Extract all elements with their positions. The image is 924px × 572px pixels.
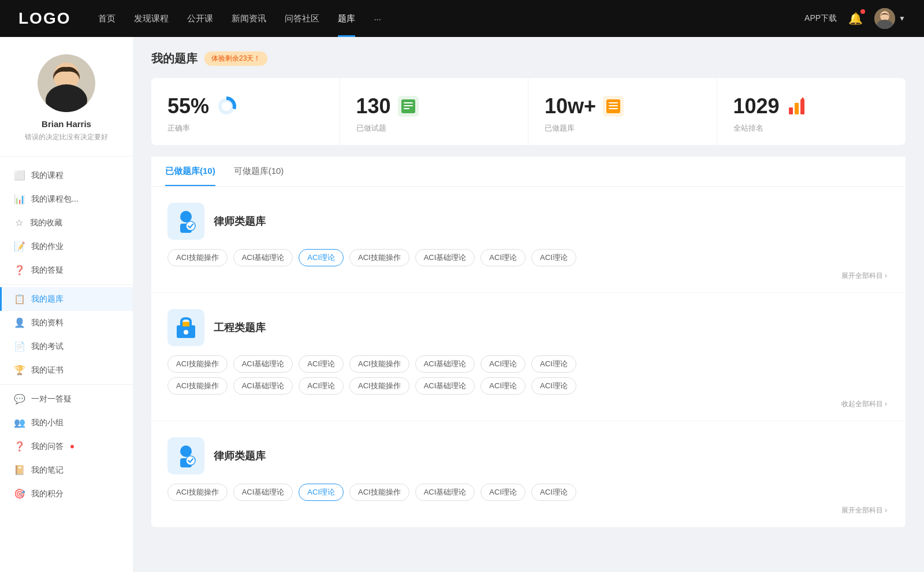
tag[interactable]: ACI技能操作 [349,249,409,266]
banks-icon [603,96,624,117]
tag[interactable]: ACI技能操作 [167,377,228,395]
svg-marker-20 [801,97,804,99]
tag[interactable]: ACI基础理论 [233,484,293,501]
sidebar-item-label: 我的作业 [31,242,64,252]
tag[interactable]: ACI理论 [299,249,344,266]
stat-top: 55% [167,94,323,118]
tag[interactable]: ACI理论 [480,355,526,373]
profile-icon: 👤 [14,317,25,328]
stats-row: 55% 正确率 130 [151,78,906,145]
sidebar-item-bank[interactable]: 📋 我的题库 [0,287,133,311]
main-content: 我的题库 体验剩余23天！ 55% 正确 [133,37,924,572]
sidebar-item-favorites[interactable]: ☆ 我的收藏 [0,211,133,235]
sidebar-item-exam[interactable]: 📄 我的考试 [0,335,133,358]
points-icon: 🎯 [14,488,25,499]
tag[interactable]: ACI技能操作 [349,377,409,395]
divider [0,284,133,285]
nav-item-qa[interactable]: 问答社区 [285,13,319,24]
tag[interactable]: ACI技能操作 [349,355,409,373]
stat-label: 已做题库 [545,123,701,133]
sidebar-item-group[interactable]: 👥 我的小组 [0,411,133,434]
tag[interactable]: ACI理论 [531,355,576,373]
tag[interactable]: ACI技能操作 [167,249,228,266]
bank-header: 律师类题库 [167,203,889,240]
lawyer-bank-icon [167,203,204,240]
sidebar-item-qa[interactable]: ❓ 我的答疑 [0,258,133,282]
tag[interactable]: ACI理论 [480,484,526,501]
group-icon: 👥 [14,417,25,428]
sidebar-item-label: 我的收藏 [30,218,62,228]
svg-point-27 [180,445,192,457]
tab-done-banks[interactable]: 已做题库(10) [165,157,215,186]
tag[interactable]: ACI理论 [480,249,526,266]
tabs-bar: 已做题库(10) 可做题库(10) [151,157,906,187]
tag[interactable]: ACI技能操作 [167,355,228,373]
nav-item-open[interactable]: 公开课 [187,13,213,24]
tag[interactable]: ACI理论 [299,377,344,395]
nav-item-home[interactable]: 首页 [98,13,116,24]
sidebar-item-my-qa[interactable]: ❓ 我的问答 [0,434,133,458]
tag[interactable]: ACI基础理论 [415,484,475,501]
tag[interactable]: ACI技能操作 [167,484,228,501]
sidebar-item-course-package[interactable]: 📊 我的课程包... [0,187,133,211]
tag[interactable]: ACI基础理论 [415,249,475,266]
avatar [38,54,95,112]
sidebar-item-my-course[interactable]: ⬜ 我的课程 [0,164,133,187]
tag[interactable]: ACI理论 [480,377,526,395]
chevron-down-icon: ▼ [899,14,906,23]
svg-rect-12 [404,108,409,109]
exam-icon: 📄 [14,341,25,352]
sidebar-item-label: 我的考试 [31,341,64,352]
nav-item-news[interactable]: 新闻资讯 [232,13,266,24]
tag[interactable]: ACI基础理论 [233,355,293,373]
ranking-icon [787,96,807,117]
stat-top: 10w+ [545,94,701,118]
tag[interactable]: ACI理论 [299,484,344,501]
tag[interactable]: ACI理论 [531,377,576,395]
sidebar-item-points[interactable]: 🎯 我的积分 [0,482,133,506]
sidebar-item-profile[interactable]: 👤 我的资料 [0,311,133,335]
nav-item-more[interactable]: ··· [374,14,381,24]
stat-value: 1029 [733,94,780,118]
sidebar-item-notes[interactable]: 📔 我的笔记 [0,458,133,482]
tags-row: ACI技能操作 ACI基础理论 ACI理论 ACI技能操作 ACI基础理论 AC… [167,484,889,501]
sidebar-item-label: 我的答疑 [31,265,64,276]
sidebar-item-label: 一对一答疑 [31,394,72,404]
tag[interactable]: ACI基础理论 [233,377,293,395]
bank-title: 工程类题库 [214,321,266,335]
sidebar-item-label: 我的课程包... [31,194,79,205]
stat-card-done-questions: 130 已做试题 [340,78,529,145]
course-package-icon: 📊 [14,194,25,205]
nav-right: APP下载 🔔 ▼ [804,8,906,29]
certificate-icon: 🏆 [14,365,25,376]
sidebar-item-label: 我的笔记 [31,465,64,476]
tag[interactable]: ACI理论 [299,355,344,373]
tag[interactable]: ACI技能操作 [349,484,409,501]
tag[interactable]: ACI基础理论 [233,249,293,266]
user-avatar-wrap[interactable]: ▼ [874,8,906,29]
sidebar-item-certificate[interactable]: 🏆 我的证书 [0,358,133,382]
tag[interactable]: ACI理论 [531,249,576,266]
logo: LOGO [18,9,70,28]
sidebar-item-tutoring[interactable]: 💬 一对一答疑 [0,387,133,411]
sidebar-item-homework[interactable]: 📝 我的作业 [0,235,133,258]
svg-point-21 [180,211,192,222]
my-qa-icon: ❓ [14,441,25,452]
notification-bell-icon[interactable]: 🔔 [848,12,863,25]
expand-link-3[interactable]: 展开全部科目 › [167,506,889,515]
sidebar-profile: Brian Harris 错误的决定比没有决定要好 [0,37,133,154]
notes-icon: 📔 [14,465,25,476]
stat-value: 130 [356,94,391,118]
tab-available-banks[interactable]: 可做题库(10) [234,157,284,186]
tag[interactable]: ACI基础理论 [415,377,475,395]
nav-item-discover[interactable]: 发现课程 [134,13,169,24]
tag[interactable]: ACI理论 [531,484,576,501]
stat-value: 55% [167,94,209,118]
pie-chart-icon [216,96,237,117]
nav-item-bank[interactable]: 题库 [338,13,355,24]
expand-link[interactable]: 展开全部科目 › [167,271,889,281]
tag[interactable]: ACI基础理论 [415,355,475,373]
svg-rect-17 [789,107,793,114]
app-download-link[interactable]: APP下载 [804,13,837,24]
collapse-link[interactable]: 收起全部科目 › [167,399,889,409]
